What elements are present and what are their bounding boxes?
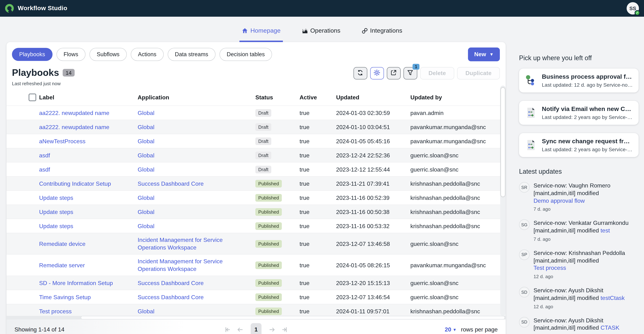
current-page-button[interactable]: 1: [251, 323, 262, 334]
col-updated-by[interactable]: Updated by: [408, 91, 506, 106]
updated-by-cell: pavankumar.munganda@snc: [408, 254, 506, 276]
row-application-link[interactable]: Global: [138, 152, 154, 158]
row-application-link[interactable]: Global: [138, 110, 154, 116]
row-label-link[interactable]: Update steps: [39, 209, 73, 215]
table-row[interactable]: aa2222. newupdated nameGlobalDrafttrue20…: [6, 106, 506, 120]
row-application-link[interactable]: Incident Management for Service Operatio…: [138, 237, 223, 251]
page-size-select[interactable]: 20 ▼: [445, 326, 456, 333]
vertical-scrollbar-thumb[interactable]: [501, 88, 505, 197]
col-application[interactable]: Application: [135, 91, 252, 106]
pill-decision-tables[interactable]: Decision tables: [220, 48, 272, 61]
pill-subflows[interactable]: Subflows: [90, 48, 127, 61]
update-message: Service-now: Ayush Dikshit [maint,admin,…: [534, 317, 603, 331]
next-page-button[interactable]: [268, 326, 276, 334]
pill-data-streams[interactable]: Data streams: [168, 48, 216, 61]
horizontal-scrollbar-thumb[interactable]: [81, 316, 505, 319]
table-row[interactable]: Remediate deviceIncident Management for …: [6, 233, 506, 254]
last-page-button[interactable]: [280, 326, 288, 334]
new-button[interactable]: New ▼: [468, 48, 500, 61]
row-application-link[interactable]: Global: [138, 195, 154, 201]
filter-count-badge: 1: [413, 64, 420, 70]
update-record-link[interactable]: Test process: [534, 265, 566, 271]
row-application-link[interactable]: Success Dashboard Core: [138, 280, 204, 286]
pickup-title: Pick up where you left off: [519, 54, 638, 62]
table-row[interactable]: Time Savings SetupSuccess Dashboard Core…: [6, 290, 506, 304]
chevron-down-icon: ▼: [489, 52, 494, 57]
row-application-link[interactable]: Success Dashboard Core: [138, 294, 204, 300]
latest-updates-list: SRService-now: Vaughn Romero [maint,admi…: [519, 182, 638, 334]
row-application-link[interactable]: Global: [138, 124, 154, 130]
col-label[interactable]: Label: [36, 91, 135, 106]
tab-operations[interactable]: Operations: [299, 24, 342, 42]
table-row[interactable]: Contributing Indicator SetupSuccess Dash…: [6, 177, 506, 191]
export-button[interactable]: [387, 67, 400, 79]
table-row[interactable]: Update stepsGlobalPublishedtrue2023-11-1…: [6, 191, 506, 205]
table-row[interactable]: Update stepsGlobalPublishedtrue2023-11-1…: [6, 205, 506, 219]
table-row[interactable]: SD - More Information SetupSuccess Dashb…: [6, 276, 506, 290]
settings-button[interactable]: [370, 67, 384, 79]
table-row[interactable]: aa2222. newupdated nameGlobalDrafttrue20…: [6, 120, 506, 134]
row-label-link[interactable]: aa2222. newupdated name: [39, 124, 110, 130]
update-record-link[interactable]: Demo approval flow: [534, 198, 585, 204]
last-refreshed-text: Last refreshed just now: [12, 81, 74, 86]
operations-icon: [302, 27, 308, 34]
update-avatar: SP: [519, 250, 530, 260]
row-label-link[interactable]: asdf: [39, 166, 50, 173]
row-label-link[interactable]: asdf: [39, 152, 50, 158]
row-label-link[interactable]: Remediate server: [39, 262, 85, 268]
row-application-link[interactable]: Success Dashboard Core: [138, 181, 204, 187]
home-icon: [242, 27, 248, 34]
vertical-scrollbar[interactable]: [500, 86, 506, 316]
pill-flows[interactable]: Flows: [56, 48, 86, 61]
row-label-link[interactable]: Time Savings Setup: [39, 294, 91, 300]
tab-integrations[interactable]: Integrations: [359, 24, 404, 42]
row-application-link[interactable]: Global: [138, 166, 154, 173]
row-label-link[interactable]: SD - More Information Setup: [39, 280, 113, 286]
row-label-link[interactable]: Contributing Indicator Setup: [39, 181, 111, 187]
updated-cell: 2023-11-16 00:52:39: [333, 191, 408, 205]
row-label-link[interactable]: aNewTestProcess: [39, 138, 86, 144]
update-record-link[interactable]: testCtask: [600, 295, 624, 301]
row-application-link[interactable]: Global: [138, 138, 154, 144]
pill-actions[interactable]: Actions: [131, 48, 164, 61]
row-application-link[interactable]: Global: [138, 308, 154, 314]
status-cell: Draft: [252, 134, 297, 148]
col-updated[interactable]: Updated: [333, 91, 408, 106]
row-label-link[interactable]: Update steps: [39, 223, 73, 229]
user-avatar[interactable]: SS ✓: [626, 2, 639, 15]
col-active[interactable]: Active: [297, 91, 333, 106]
pill-playbooks[interactable]: Playbooks: [12, 48, 52, 61]
refresh-button[interactable]: [354, 67, 367, 79]
pickup-card[interactable]: Sync new change request from…Last update…: [519, 133, 638, 157]
table-row[interactable]: asdfGlobalDrafttrue2023-12-12 12:55:44gu…: [6, 162, 506, 177]
active-cell: true: [297, 177, 333, 191]
table-row[interactable]: Remediate serverIncident Management for …: [6, 254, 506, 276]
row-label-link[interactable]: Remediate device: [39, 241, 86, 247]
pickup-card[interactable]: Business process approval flowLast updat…: [519, 69, 638, 92]
update-record-link[interactable]: CTASK: [600, 325, 619, 331]
horizontal-scrollbar[interactable]: [6, 316, 506, 319]
tab-label: Homepage: [250, 27, 280, 34]
row-label-link[interactable]: aa2222. newupdated name: [39, 110, 110, 116]
row-application-link[interactable]: Incident Management for Service Operatio…: [138, 258, 223, 272]
row-application-link[interactable]: Global: [138, 223, 154, 229]
tab-homepage[interactable]: Homepage: [240, 24, 283, 42]
row-label-link[interactable]: Update steps: [39, 195, 73, 201]
delete-button[interactable]: Delete: [420, 67, 454, 79]
pickup-card[interactable]: Notify via Email when new Cha…Last updat…: [519, 101, 638, 125]
gear-icon: [374, 69, 380, 77]
select-all-checkbox[interactable]: [28, 94, 36, 101]
table-row[interactable]: asdfGlobalDrafttrue2023-12-24 22:52:36gu…: [6, 148, 506, 162]
row-label-link[interactable]: Test process: [39, 308, 72, 314]
pagination: 1: [224, 323, 288, 334]
duplicate-button[interactable]: Duplicate: [457, 67, 500, 79]
first-page-button[interactable]: [224, 326, 232, 334]
previous-page-button[interactable]: [236, 326, 244, 334]
status-badge: Draft: [255, 137, 271, 145]
table-row[interactable]: aNewTestProcessGlobalDrafttrue2024-01-05…: [6, 134, 506, 148]
col-status[interactable]: Status: [252, 91, 297, 106]
update-record-link[interactable]: test: [600, 227, 610, 234]
filter-button[interactable]: 1: [404, 67, 417, 79]
table-row[interactable]: Update stepsGlobalPublishedtrue2023-11-1…: [6, 219, 506, 233]
row-application-link[interactable]: Global: [138, 209, 154, 215]
